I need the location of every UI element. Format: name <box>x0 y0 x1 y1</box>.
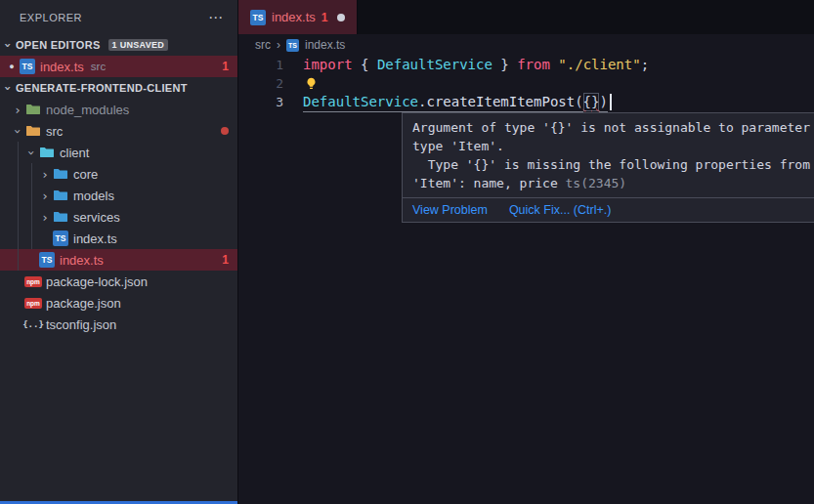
line-number: 1 <box>238 56 283 74</box>
tree-item-package-lock-json[interactable]: npmpackage-lock.json <box>0 271 237 292</box>
more-actions-icon[interactable]: ⋯ <box>208 9 224 26</box>
code-line[interactable]: 2 <box>238 74 814 93</box>
code-token: . <box>418 93 426 112</box>
tab-error-badge: 1 <box>321 11 328 24</box>
folder-node-icon <box>25 102 41 117</box>
line-number: 3 <box>238 93 283 111</box>
open-editors-list: ● TS index.ts src 1 <box>0 56 237 77</box>
hover-action-quick[interactable]: Quick Fix... (Ctrl+.) <box>509 203 612 217</box>
typescript-icon: TS <box>250 10 266 25</box>
code-text: import { DefaultService } from "./client… <box>283 56 649 74</box>
tree-item-package-json[interactable]: npmpackage.json <box>0 292 237 314</box>
open-editors-title: OPEN EDITORS <box>16 39 101 51</box>
tree-item-src[interactable]: ›src <box>0 120 237 142</box>
tab-index-ts[interactable]: TS index.ts 1 <box>238 0 358 34</box>
chevron-right-icon: › <box>277 38 280 52</box>
tree-item-label: core <box>73 167 98 182</box>
explorer-title: EXPLORER <box>20 12 82 23</box>
tree-item-label: src <box>46 124 63 139</box>
code-token: DefaultService <box>377 56 493 74</box>
code-token <box>509 56 517 74</box>
code-token: { <box>361 56 377 74</box>
indent-guide <box>18 142 19 271</box>
code-token: {} <box>583 93 600 111</box>
line-number: 2 <box>238 74 283 93</box>
chevron-expanded-icon: › <box>1 37 16 53</box>
code-text: DefaultService.createItemItemPost({}) <box>283 93 612 112</box>
hover-message-line: type 'Item'. <box>412 137 814 155</box>
tree-item-label: client <box>60 146 89 160</box>
code-line[interactable]: 3DefaultService.createItemItemPost({}) <box>238 93 814 111</box>
tree-item-label: package-lock.json <box>46 274 148 289</box>
tree-item-tsconfig-json[interactable]: {..}tsconfig.json <box>0 314 237 335</box>
modified-dot-icon: ● <box>4 62 20 71</box>
tree-item-client[interactable]: ›client <box>0 142 237 163</box>
code-token: "./client" <box>558 56 640 74</box>
error-dot <box>221 127 229 135</box>
folder-blue-icon <box>53 209 68 225</box>
error-code: ts(2345) <box>558 176 626 190</box>
chevron-collapsed-icon: › <box>10 103 25 117</box>
code-token: } <box>493 56 509 74</box>
code-token: ; <box>641 56 649 74</box>
npm-icon: npm <box>25 295 41 311</box>
indent-guide <box>31 163 32 249</box>
npm-icon: npm <box>25 273 41 289</box>
text-cursor <box>610 94 612 110</box>
typescript-icon: TS <box>39 252 55 268</box>
explorer-sidebar: EXPLORER ⋯ › OPEN EDITORS 1 UNSAVED ● TS… <box>0 0 237 504</box>
folder-src-icon <box>25 123 41 139</box>
code-token: from <box>517 56 550 74</box>
code-token <box>550 56 558 74</box>
folder-client-icon <box>39 145 55 160</box>
tree-item-models[interactable]: ›models <box>0 185 237 206</box>
tree-item-services[interactable]: ›services <box>0 206 237 228</box>
typescript-icon: TS <box>286 39 299 52</box>
open-editor-item[interactable]: ● TS index.ts src 1 <box>0 56 237 77</box>
tree-item-index-ts[interactable]: TSindex.ts1 <box>0 249 237 271</box>
code-text <box>283 77 318 90</box>
sidebar-header: EXPLORER ⋯ <box>0 0 237 34</box>
hover-message-line: 'Item': name, price ts(2345) <box>412 174 814 192</box>
tree-item-label: node_modules <box>46 103 129 117</box>
file-tree: ›node_modules›src›client›core›models›ser… <box>0 99 237 335</box>
open-editors-header[interactable]: › OPEN EDITORS 1 UNSAVED <box>0 34 237 56</box>
tab-bar: TS index.ts 1 <box>238 0 814 34</box>
breadcrumb-folder[interactable]: src <box>255 38 271 52</box>
editor-pane: TS index.ts 1 src › TS index.ts 1import … <box>237 0 814 504</box>
braces-icon: {..} <box>25 316 41 332</box>
tree-item-index-ts[interactable]: TSindex.ts <box>0 228 237 249</box>
error-count-badge: 1 <box>222 60 229 73</box>
unsaved-badge: 1 UNSAVED <box>108 39 169 51</box>
chevron-expanded-icon: › <box>11 123 25 139</box>
code-line[interactable]: 1import { DefaultService } from "./clien… <box>238 56 814 74</box>
project-section-title: GENERATE-FRONTEND-CLIENT <box>16 82 188 94</box>
hover-message-line: Argument of type '{}' is not assignable … <box>412 118 814 137</box>
code-token: DefaultService <box>303 93 418 112</box>
hover-action-view[interactable]: View Problem <box>412 203 488 217</box>
tab-label: index.ts <box>272 10 316 24</box>
hover-actions: View ProblemQuick Fix... (Ctrl+.) <box>403 197 814 222</box>
typescript-icon: TS <box>53 231 68 246</box>
code-area[interactable]: 1import { DefaultService } from "./clien… <box>238 56 814 111</box>
error-hover-popup: Argument of type '{}' is not assignable … <box>402 112 814 223</box>
lightbulb-icon[interactable] <box>305 77 318 90</box>
chevron-collapsed-icon: › <box>37 189 53 203</box>
code-token: import <box>303 56 353 74</box>
project-section-header[interactable]: › GENERATE-FRONTEND-CLIENT <box>0 77 237 99</box>
chevron-expanded-icon: › <box>1 80 16 96</box>
dirty-indicator-icon[interactable] <box>337 14 345 21</box>
tree-item-core[interactable]: ›core <box>0 163 237 185</box>
tree-item-label: index.ts <box>60 253 104 268</box>
code-token: createItemItemPost <box>426 93 575 112</box>
tree-item-label: models <box>73 189 114 203</box>
typescript-icon: TS <box>20 59 35 74</box>
tree-item-label: tsconfig.json <box>46 317 116 332</box>
tree-item-label: index.ts <box>73 231 117 246</box>
tree-item-label: services <box>73 210 120 225</box>
chevron-collapsed-icon: › <box>37 210 53 225</box>
breadcrumb-file[interactable]: index.ts <box>305 38 345 52</box>
chevron-expanded-icon: › <box>24 145 39 160</box>
hover-message: Argument of type '{}' is not assignable … <box>403 113 814 197</box>
tree-item-node-modules[interactable]: ›node_modules <box>0 99 237 120</box>
